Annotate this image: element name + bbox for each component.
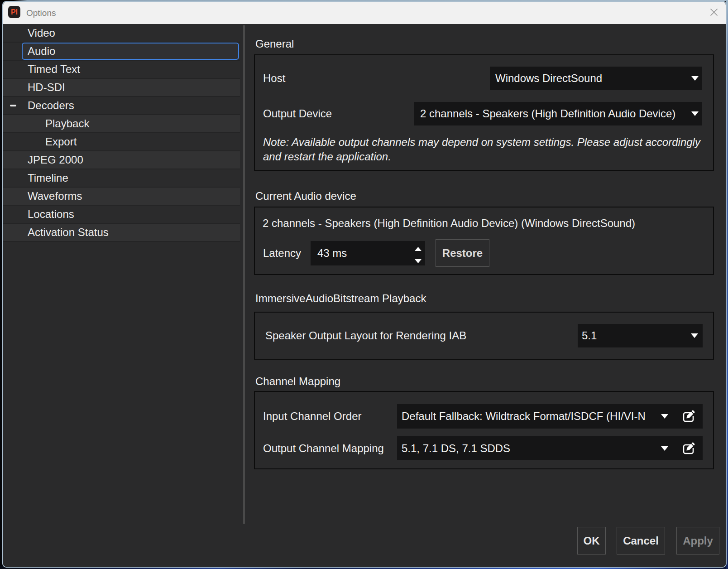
current-device-line: 2 channels - Speakers (High Definition A…: [263, 212, 635, 235]
channel-mapping-title: Channel Mapping: [255, 374, 340, 389]
nav-audio[interactable]: Audio: [3, 43, 240, 60]
note-text: Note: Available output channels may depe…: [263, 135, 700, 164]
close-button[interactable]: [710, 8, 718, 16]
host-label: Host: [263, 67, 285, 90]
options-window: Pl Options Video Audio Timed Text HD-SDI…: [2, 1, 727, 568]
latency-label: Latency: [263, 241, 301, 265]
cancel-button[interactable]: Cancel: [617, 527, 665, 555]
nav-timed-text[interactable]: Timed Text: [3, 61, 240, 78]
category-list: Video Audio Timed Text HD-SDI Decoders P…: [3, 24, 240, 242]
output-device-label: Output Device: [263, 102, 332, 125]
ok-button[interactable]: OK: [577, 527, 606, 555]
nav-jpeg2000[interactable]: JPEG 2000: [3, 151, 240, 169]
host-combo[interactable]: Windows DirectSound: [490, 67, 702, 90]
nav-video[interactable]: Video: [3, 24, 240, 42]
nav-timeline[interactable]: Timeline: [3, 169, 240, 187]
nav-export[interactable]: Export: [3, 133, 240, 150]
iab-title: ImmersiveAudioBitstream Playback: [255, 291, 426, 306]
nav-audio-selected: Audio: [22, 43, 239, 60]
nav-playback[interactable]: Playback: [3, 115, 240, 132]
output-mapping-edit[interactable]: [681, 441, 696, 456]
nav-locations[interactable]: Locations: [3, 206, 240, 223]
latency-spinner[interactable]: 43 ms: [311, 241, 425, 265]
window-title: Options: [26, 2, 56, 24]
output-device-combo[interactable]: 2 channels - Speakers (High Definition A…: [414, 102, 702, 125]
content: Video Audio Timed Text HD-SDI Decoders P…: [3, 24, 726, 567]
input-order-label: Input Channel Order: [263, 404, 361, 429]
output-mapping-combo[interactable]: 5.1, 7.1 DS, 7.1 SDDS: [397, 436, 703, 460]
input-order-combo[interactable]: Default Fallback: Wildtrack Format/ISDCF…: [397, 404, 703, 429]
restore-button[interactable]: Restore: [436, 239, 489, 267]
general-title: General: [255, 36, 294, 52]
options-dialog-screen: Pl Options Video Audio Timed Text HD-SDI…: [0, 0, 728, 569]
nav-hd-sdi[interactable]: HD-SDI: [3, 79, 240, 96]
nav-activation[interactable]: Activation Status: [3, 224, 240, 241]
input-order-edit[interactable]: [681, 409, 696, 424]
nav-decoders[interactable]: Decoders: [3, 97, 240, 114]
apply-button[interactable]: Apply: [676, 527, 719, 555]
splitter: [243, 25, 245, 524]
app-icon: Pl: [8, 6, 20, 18]
titlebar: Pl Options: [3, 2, 726, 24]
nav-waveforms[interactable]: Waveforms: [3, 188, 240, 205]
current-audio-title: Current Audio device: [255, 188, 356, 204]
collapse-indicator: [10, 105, 16, 106]
output-mapping-label: Output Channel Mapping: [263, 436, 384, 460]
iab-label: Speaker Output Layout for Rendering IAB: [265, 324, 466, 347]
iab-combo[interactable]: 5.1: [578, 324, 703, 347]
